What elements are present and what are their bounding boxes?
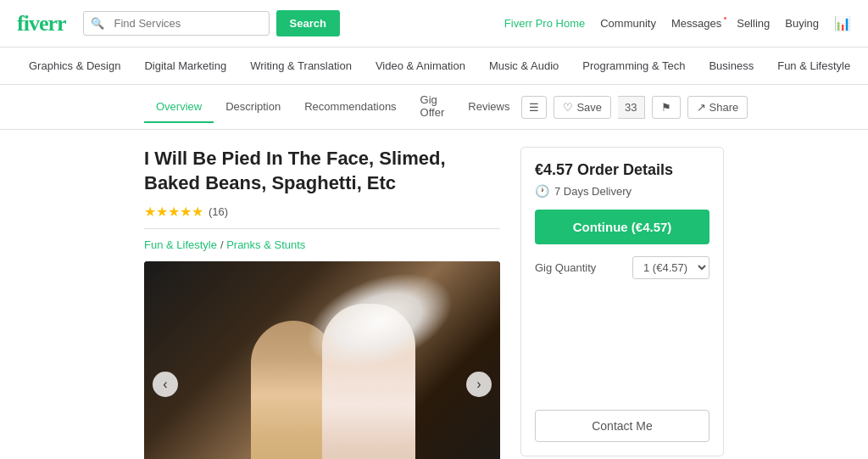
save-count: 33 [618,96,644,119]
header-nav: Fiverr Pro Home Community Messages Selli… [504,15,851,31]
logo: fiverr [17,11,66,36]
share-label: Share [709,101,739,114]
save-button[interactable]: ♡ Save [554,96,611,119]
heart-icon: ♡ [563,101,573,114]
star-rating: ★★★★★ [144,204,203,220]
cat-graphics[interactable]: Graphics & Design [17,48,132,84]
cat-writing[interactable]: Writing & Translation [238,48,364,84]
nav-buying[interactable]: Buying [785,17,819,30]
review-count: (16) [209,205,228,218]
save-label: Save [576,101,602,114]
main-content: I Will Be Pied In The Face, Slimed, Bake… [0,130,868,459]
search-button[interactable]: Search [276,10,340,36]
gig-image [144,261,500,459]
nav-community[interactable]: Community [600,17,656,30]
breadcrumb: Fun & Lifestyle / Pranks & Stunts [144,238,500,251]
tab-reviews[interactable]: Reviews [456,92,521,123]
clock-icon: 🕐 [535,184,549,198]
search-icon: 🔍 [84,17,111,30]
slider-next-button[interactable]: › [466,372,492,397]
rating-row: ★★★★★ (16) [144,204,500,220]
gig-left-panel: I Will Be Pied In The Face, Slimed, Bake… [144,147,500,459]
divider [144,228,500,229]
cat-fun[interactable]: Fun & Lifestyle [765,48,862,84]
cat-music[interactable]: Music & Audio [477,48,570,84]
header: fiverr 🔍 Search Fiverr Pro Home Communit… [0,0,868,48]
tab-gig-offer[interactable]: Gig Offer [409,85,457,129]
contact-button[interactable]: Contact Me [535,410,709,442]
order-panel: €4.57 Order Details 🕐 7 Days Delivery Co… [520,147,724,456]
image-slider: ‹ › [144,261,500,459]
breadcrumb-subcategory[interactable]: Pranks & Stunts [226,238,305,251]
share-icon: ↗ [697,101,706,114]
delivery-row: 🕐 7 Days Delivery [535,184,709,198]
tab-description[interactable]: Description [214,92,292,123]
list-view-button[interactable]: ☰ [521,96,547,119]
cat-business[interactable]: Business [697,48,765,84]
tab-actions: ☰ ♡ Save 33 ⚑ ↗ Share [521,96,748,119]
flag-button[interactable]: ⚑ [652,96,681,119]
share-button[interactable]: ↗ Share [687,96,748,119]
gig-title: I Will Be Pied In The Face, Slimed, Bake… [144,147,500,195]
continue-button[interactable]: Continue (€4.57) [535,210,709,244]
cat-digital-marketing[interactable]: Digital Marketing [132,48,238,84]
order-title: €4.57 Order Details [535,161,709,179]
order-panel-spacer [535,291,709,410]
nav-fiverr-pro[interactable]: Fiverr Pro Home [504,17,585,30]
search-bar: 🔍 [83,11,270,36]
cat-programming[interactable]: Programming & Tech [570,48,697,84]
category-nav: Graphics & Design Digital Marketing Writ… [0,48,868,85]
cat-video[interactable]: Video & Animation [364,48,477,84]
search-input[interactable] [111,12,230,35]
slider-prev-button[interactable]: ‹ [153,372,178,397]
gig-quantity-label: Gig Quantity [535,261,596,274]
tab-recommendations[interactable]: Recommendations [292,92,408,123]
gig-quantity-row: Gig Quantity 1 (€4.57) [535,256,709,279]
gig-quantity-select[interactable]: 1 (€4.57) [632,256,709,279]
nav-messages[interactable]: Messages [671,17,721,30]
nav-selling[interactable]: Selling [737,17,770,30]
delivery-text: 7 Days Delivery [554,185,632,198]
chart-icon[interactable]: 📊 [834,15,851,31]
breadcrumb-category[interactable]: Fun & Lifestyle [144,238,217,251]
tab-overview[interactable]: Overview [144,92,214,123]
tab-bar: Overview Description Recommendations Gig… [0,85,868,130]
